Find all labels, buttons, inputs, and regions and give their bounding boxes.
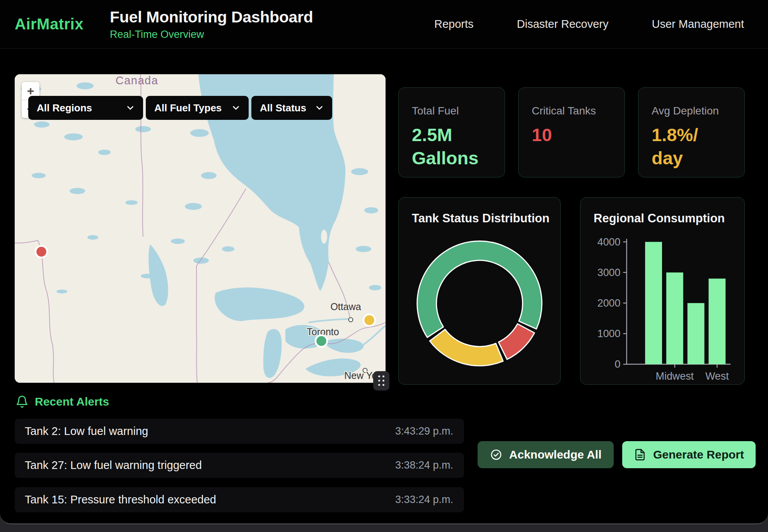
tank-status-donut-chart (399, 198, 560, 384)
donut-segment-yellow (430, 329, 503, 366)
bar (688, 303, 705, 364)
alert-timestamp: 3:33:24 p.m. (395, 494, 453, 506)
stat-value: 2.5MGallons (412, 123, 492, 170)
app-window: AirMatrix Fuel Monitoring Dashboard Real… (0, 0, 768, 524)
svg-text:2000: 2000 (597, 297, 621, 309)
regional-consumption-bar-chart: 01000200030004000MidwestWest (580, 198, 744, 384)
acknowledge-all-button[interactable]: Acknowledge All (478, 441, 614, 468)
svg-text:4000: 4000 (597, 236, 621, 248)
alerts-header: Recent Alerts (15, 395, 109, 408)
fuel-types-filter-select[interactable]: All Fuel Types (146, 96, 249, 120)
alert-row[interactable]: Tank 27: Low fuel warning triggered 3:38… (15, 453, 464, 478)
map-viewport[interactable]: CanadaOttawaTorontoNew York (15, 74, 386, 383)
brand-logo: AirMatrix (15, 15, 84, 33)
svg-text:0: 0 (615, 358, 621, 370)
regions-filter-select[interactable]: All Regions (28, 96, 143, 120)
nav-item-reports[interactable]: Reports (434, 18, 474, 31)
map-region-label: Canada (116, 74, 159, 87)
alert-timestamp: 3:43:29 p.m. (395, 425, 453, 437)
stat-label: Critical Tanks (532, 105, 611, 117)
fuel-types-filter-value: All Fuel Types (154, 102, 222, 114)
alerts-title: Recent Alerts (35, 395, 109, 408)
map-filter-bar: All Regions All Fuel Types All Status (28, 96, 332, 120)
tank-status-card: Tank Status Distribution (398, 197, 561, 385)
regions-filter-value: All Regions (37, 102, 92, 114)
tank-status-marker (364, 314, 375, 326)
donut-segment-red (498, 324, 534, 360)
alert-timestamp: 3:38:24 p.m. (395, 459, 453, 471)
x-tick-label: Midwest (656, 370, 694, 382)
city-dot (349, 318, 353, 322)
check-circle-icon (490, 448, 502, 461)
stat-card-critical-tanks: Critical Tanks 10 (518, 87, 625, 177)
status-filter-value: All Status (260, 102, 306, 114)
svg-text:1000: 1000 (597, 328, 621, 339)
header: AirMatrix Fuel Monitoring Dashboard Real… (0, 0, 768, 49)
nav-item-disaster-recovery[interactable]: Disaster Recovery (517, 18, 609, 31)
alert-message: Tank 2: Low fuel warning (25, 425, 148, 438)
stat-value: 10 (532, 123, 611, 147)
donut-segment-green (417, 241, 542, 338)
svg-text:3000: 3000 (597, 267, 621, 278)
alert-message: Tank 27: Low fuel warning triggered (25, 459, 202, 472)
main-nav: Reports Disaster Recovery User Managemen… (434, 18, 744, 31)
regional-consumption-card: Regional Consumption 01000200030004000Mi… (580, 197, 745, 385)
file-text-icon (634, 448, 646, 461)
stat-label: Avg Depletion (652, 105, 731, 117)
stat-card-avg-depletion: Avg Depletion 1.8%/day (638, 87, 745, 177)
alert-row[interactable]: Tank 2: Low fuel warning 3:43:29 p.m. (15, 419, 464, 444)
stat-value: 1.8%/day (652, 123, 731, 170)
chevron-down-icon (125, 103, 135, 113)
status-filter-select[interactable]: All Status (251, 96, 332, 120)
city-label: Ottawa (330, 301, 361, 312)
nav-item-user-management[interactable]: User Management (652, 18, 744, 31)
map-island (321, 230, 327, 244)
acknowledge-all-label: Acknowledge All (509, 448, 602, 461)
tank-status-marker (36, 246, 47, 257)
stat-card-total-fuel: Total Fuel 2.5MGallons (398, 87, 505, 177)
page-title: Fuel Monitoring Dashboard (110, 8, 313, 26)
bar (708, 279, 725, 365)
alert-message: Tank 15: Pressure threshold exceeded (25, 493, 216, 506)
map-canvas: CanadaOttawaTorontoNew York (15, 74, 386, 383)
title-block: Fuel Monitoring Dashboard Real-Time Over… (110, 8, 313, 41)
stat-label: Total Fuel (412, 105, 492, 117)
bell-icon (15, 395, 29, 408)
alert-row[interactable]: Tank 15: Pressure threshold exceeded 3:3… (15, 487, 464, 512)
bar (645, 242, 662, 365)
map-panel: CanadaOttawaTorontoNew York + − All Regi… (15, 74, 386, 383)
generate-report-button[interactable]: Generate Report (622, 441, 756, 468)
map-resize-handle[interactable] (373, 371, 389, 390)
chevron-down-icon (231, 103, 241, 113)
page-subtitle: Real-Time Overview (110, 29, 313, 41)
bar (666, 273, 683, 364)
tank-status-marker (316, 335, 327, 347)
x-tick-label: West (705, 370, 729, 382)
generate-report-label: Generate Report (653, 448, 744, 461)
chevron-down-icon (314, 103, 324, 113)
